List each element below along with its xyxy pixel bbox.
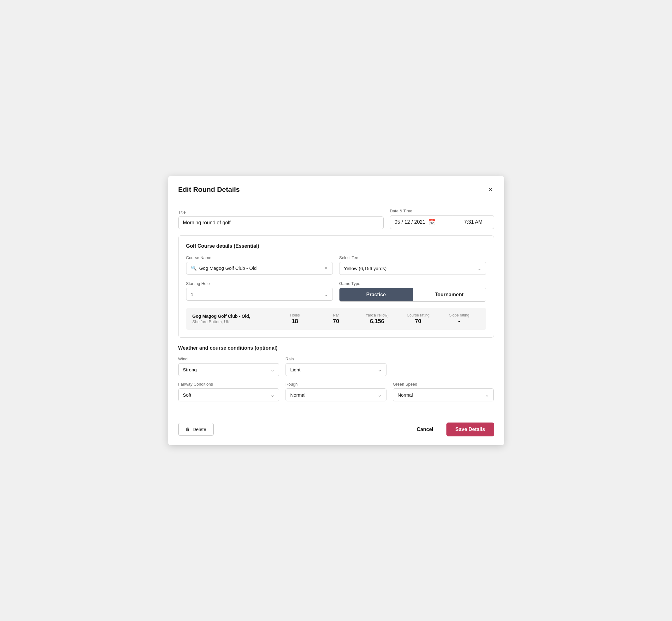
- green-speed-group: Green Speed Normal ⌄: [393, 382, 494, 401]
- select-tee-value: Yellow (6,156 yards): [344, 266, 386, 271]
- course-name-block: Gog Magog Golf Club - Old, Shelford Bott…: [193, 314, 275, 324]
- modal-footer: 🗑 Delete Cancel Save Details: [168, 416, 504, 445]
- title-input[interactable]: [178, 216, 384, 229]
- trash-icon: 🗑: [185, 427, 190, 432]
- golf-course-section: Golf Course details (Essential) Course N…: [178, 236, 494, 338]
- rough-value: Normal: [290, 392, 305, 398]
- fairway-rough-green-row: Fairway Conditions Soft ⌄ Rough Normal ⌄…: [178, 382, 494, 401]
- wind-value: Strong: [183, 367, 197, 372]
- chevron-down-icon: ⌄: [477, 265, 481, 272]
- delete-button[interactable]: 🗑 Delete: [178, 423, 214, 436]
- search-icon: 🔍: [191, 265, 197, 271]
- starting-hole-group: Starting Hole 1 ⌄: [186, 281, 333, 302]
- rough-group: Rough Normal ⌄: [286, 382, 386, 401]
- wind-rain-row: Wind Strong ⌄ Rain Light ⌄: [178, 357, 494, 376]
- course-info-name: Gog Magog Golf Club - Old,: [193, 314, 275, 319]
- weather-section-title: Weather and course conditions (optional): [178, 345, 494, 351]
- course-name-group: Course Name 🔍 Gog Magog Golf Club - Old …: [186, 255, 333, 275]
- wind-group: Wind Strong ⌄: [178, 357, 279, 376]
- rain-group: Rain Light ⌄: [286, 357, 386, 376]
- yards-label: Yards(Yellow): [356, 313, 397, 318]
- rough-label: Rough: [286, 382, 386, 386]
- rain-label: Rain: [286, 357, 386, 361]
- holes-stat: Holes 18: [275, 313, 316, 325]
- green-speed-value: Normal: [397, 392, 413, 398]
- course-info-row: Gog Magog Golf Club - Old, Shelford Bott…: [186, 308, 486, 330]
- course-tee-row: Course Name 🔍 Gog Magog Golf Club - Old …: [186, 255, 486, 275]
- par-stat: Par 70: [316, 313, 356, 325]
- rain-value: Light: [290, 367, 301, 372]
- save-button[interactable]: Save Details: [447, 422, 494, 437]
- rough-dropdown[interactable]: Normal ⌄: [286, 388, 386, 401]
- chevron-down-icon-rain: ⌄: [378, 367, 382, 373]
- tournament-button[interactable]: Tournament: [413, 288, 486, 301]
- green-speed-label: Green Speed: [393, 382, 494, 386]
- course-info-location: Shelford Bottom, UK: [193, 319, 275, 324]
- game-type-label: Game Type: [339, 281, 486, 286]
- wind-dropdown[interactable]: Strong ⌄: [178, 363, 279, 376]
- select-tee-dropdown[interactable]: Yellow (6,156 yards) ⌄: [339, 262, 486, 275]
- course-name-value: Gog Magog Golf Club - Old: [199, 265, 257, 271]
- cancel-button[interactable]: Cancel: [411, 423, 439, 436]
- chevron-down-icon-green: ⌄: [485, 392, 489, 398]
- date-time-row: 05 / 12 / 2021 📅 7:31 AM: [390, 215, 494, 229]
- starting-hole-dropdown[interactable]: 1 ⌄: [186, 288, 333, 301]
- holes-value: 18: [275, 318, 316, 325]
- modal-header: Edit Round Details ×: [168, 176, 504, 201]
- calendar-icon: 📅: [428, 219, 435, 225]
- wind-label: Wind: [178, 357, 279, 361]
- date-input[interactable]: 05 / 12 / 2021 📅: [390, 215, 453, 229]
- hole-gametype-row: Starting Hole 1 ⌄ Game Type Practice Tou…: [186, 281, 486, 302]
- close-button[interactable]: ×: [488, 185, 494, 194]
- yards-stat: Yards(Yellow) 6,156: [356, 313, 397, 325]
- footer-right: Cancel Save Details: [411, 422, 494, 437]
- title-field-group: Title: [178, 210, 384, 229]
- course-name-input[interactable]: 🔍 Gog Magog Golf Club - Old ✕: [186, 262, 333, 275]
- modal-title: Edit Round Details: [178, 185, 240, 194]
- starting-hole-label: Starting Hole: [186, 281, 333, 286]
- chevron-down-icon-hole: ⌄: [324, 291, 328, 297]
- title-label: Title: [178, 210, 384, 215]
- weather-section: Weather and course conditions (optional)…: [178, 345, 494, 401]
- par-value: 70: [316, 318, 356, 325]
- course-name-label: Course Name: [186, 255, 333, 260]
- holes-label: Holes: [275, 313, 316, 318]
- fairway-value: Soft: [183, 392, 192, 398]
- datetime-field-group: Date & Time 05 / 12 / 2021 📅 7:31 AM: [390, 209, 494, 229]
- fairway-group: Fairway Conditions Soft ⌄: [178, 382, 279, 401]
- practice-button[interactable]: Practice: [339, 288, 413, 301]
- fairway-label: Fairway Conditions: [178, 382, 279, 386]
- rain-dropdown[interactable]: Light ⌄: [286, 363, 386, 376]
- delete-label: Delete: [193, 427, 206, 432]
- edit-round-modal: Edit Round Details × Title Date & Time 0…: [168, 176, 504, 445]
- date-value: 05 / 12 / 2021: [395, 219, 426, 225]
- chevron-down-icon-wind: ⌄: [270, 367, 275, 373]
- par-label: Par: [316, 313, 356, 318]
- course-rating-stat: Course rating 70: [397, 313, 438, 325]
- starting-hole-value: 1: [191, 292, 194, 297]
- slope-rating-label: Slope rating: [438, 313, 479, 318]
- clear-icon[interactable]: ✕: [324, 265, 328, 271]
- slope-rating-value: -: [438, 318, 479, 325]
- course-rating-value: 70: [397, 318, 438, 325]
- fairway-dropdown[interactable]: Soft ⌄: [178, 388, 279, 401]
- slope-rating-stat: Slope rating -: [438, 313, 479, 325]
- datetime-label: Date & Time: [390, 209, 494, 213]
- select-tee-label: Select Tee: [339, 255, 486, 260]
- chevron-down-icon-rough: ⌄: [378, 392, 382, 398]
- green-speed-dropdown[interactable]: Normal ⌄: [393, 388, 494, 401]
- select-tee-group: Select Tee Yellow (6,156 yards) ⌄: [339, 255, 486, 275]
- game-type-group: Game Type Practice Tournament: [339, 281, 486, 302]
- modal-body: Title Date & Time 05 / 12 / 2021 📅 7:31 …: [168, 201, 504, 416]
- game-type-toggle: Practice Tournament: [339, 288, 486, 302]
- chevron-down-icon-fairway: ⌄: [270, 392, 275, 398]
- course-rating-label: Course rating: [397, 313, 438, 318]
- yards-value: 6,156: [356, 318, 397, 325]
- title-datetime-row: Title Date & Time 05 / 12 / 2021 📅 7:31 …: [178, 209, 494, 229]
- time-value: 7:31 AM: [464, 219, 483, 225]
- spacer: [393, 357, 494, 376]
- golf-section-title: Golf Course details (Essential): [186, 243, 486, 249]
- time-input[interactable]: 7:31 AM: [453, 215, 494, 229]
